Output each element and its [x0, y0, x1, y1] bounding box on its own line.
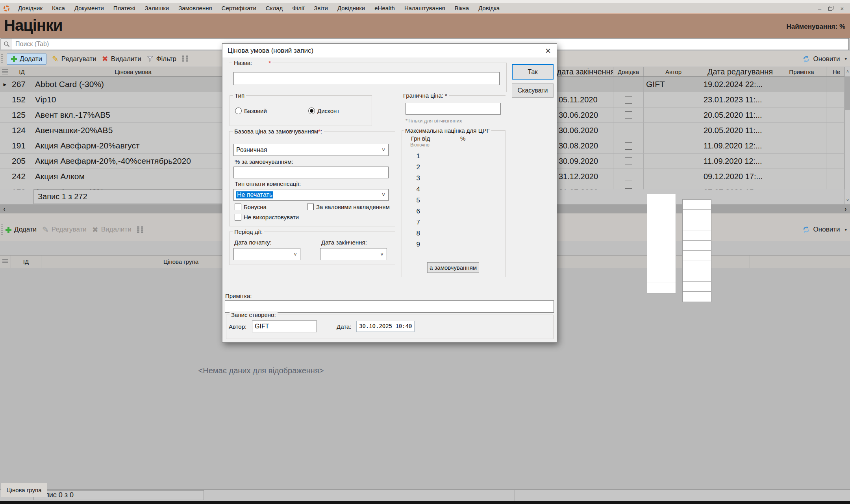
- percent-cell[interactable]: [682, 281, 711, 292]
- menu-item-filii[interactable]: Філії: [287, 3, 309, 13]
- date-label: Дата:: [337, 323, 351, 330]
- menu-item-ehealth[interactable]: eHealth: [370, 3, 400, 13]
- cancel-button[interactable]: Скасувати: [512, 83, 554, 98]
- end-date-select[interactable]: ˅: [320, 248, 387, 260]
- column-header-note[interactable]: Примітка: [777, 67, 826, 76]
- default-percent-input[interactable]: [233, 167, 389, 178]
- scroll-right-icon[interactable]: ›: [841, 206, 850, 213]
- minimize-icon[interactable]: –: [814, 5, 825, 12]
- row-pointer-icon: ►: [2, 82, 7, 87]
- delete-button[interactable]: ✖ Видалити: [102, 54, 141, 63]
- money-cell[interactable]: [647, 282, 676, 293]
- column-header-end-date[interactable]: дата закінчення: [556, 67, 613, 76]
- menu-item-nalashtuvannia[interactable]: Налаштування: [400, 3, 450, 13]
- menu-item-zalyshky[interactable]: Залишки: [140, 3, 174, 13]
- percent-cell[interactable]: [682, 220, 711, 230]
- name-input[interactable]: [233, 72, 500, 85]
- dialog-title-bar[interactable]: Цінова умова (новий запис): [222, 44, 557, 57]
- reference-checkbox[interactable]: [625, 158, 632, 165]
- money-cell[interactable]: [647, 271, 676, 282]
- percent-cell[interactable]: [682, 240, 711, 251]
- by-default-button[interactable]: а замовчуванням: [427, 262, 479, 273]
- column-header-reference[interactable]: Довідка: [613, 67, 644, 76]
- money-cell[interactable]: [647, 260, 676, 271]
- edit-button[interactable]: ✎ Редагувати: [52, 54, 96, 64]
- scroll-down-icon[interactable]: ˅: [845, 196, 850, 204]
- compensation-select[interactable]: Не печатать ˅: [233, 189, 389, 201]
- start-date-select[interactable]: ˅: [233, 248, 300, 260]
- menu-item-platezhi[interactable]: Платежі: [109, 3, 140, 13]
- percent-cell[interactable]: [682, 199, 711, 210]
- add-button-bottom[interactable]: Додати: [6, 226, 37, 233]
- column-header-id[interactable]: ІД: [10, 67, 32, 76]
- refresh-button[interactable]: Оновити ▾: [802, 55, 847, 63]
- reference-checkbox[interactable]: [625, 81, 632, 88]
- column-chooser-icon[interactable]: [0, 256, 11, 268]
- row-number: 5: [412, 196, 420, 204]
- close-icon[interactable]: ×: [539, 44, 557, 57]
- percent-cell[interactable]: [682, 209, 711, 220]
- percent-cell[interactable]: [682, 230, 711, 241]
- menu-item-sertyfikaty[interactable]: Сертифікати: [217, 3, 261, 13]
- money-cell[interactable]: [647, 238, 676, 249]
- percent-cell[interactable]: [682, 271, 711, 282]
- column-header-edited[interactable]: Дата редагування: [701, 67, 777, 76]
- menu-item-zamovlennia[interactable]: Замовлення: [174, 3, 217, 13]
- money-cell[interactable]: [647, 194, 676, 205]
- ok-button[interactable]: Так: [512, 64, 554, 80]
- gross-checkbox[interactable]: За валовими накладенням: [307, 204, 394, 210]
- add-button[interactable]: Додати: [7, 54, 46, 65]
- percent-cell[interactable]: [682, 261, 711, 271]
- date-input[interactable]: [356, 321, 415, 332]
- column-header-clipped[interactable]: Не: [826, 67, 844, 76]
- reference-checkbox[interactable]: [625, 142, 632, 150]
- column-header-id[interactable]: ІД: [11, 256, 41, 268]
- columns-icon[interactable]: [182, 56, 188, 62]
- percent-cell[interactable]: [682, 250, 711, 261]
- column-chooser-icon[interactable]: [0, 67, 10, 76]
- unused-checkbox[interactable]: Не використовувати: [235, 214, 299, 220]
- column-header-author[interactable]: Автор: [644, 67, 701, 76]
- menu-item-kasa[interactable]: Каса: [47, 3, 70, 13]
- tab-price-group[interactable]: Цінова група: [1, 483, 47, 497]
- column-header-condition[interactable]: Цінова умова: [32, 67, 231, 76]
- author-input[interactable]: [252, 321, 317, 332]
- vertical-scrollbar[interactable]: ˄ ˅: [844, 67, 850, 204]
- close-icon[interactable]: ×: [837, 5, 848, 12]
- columns-icon[interactable]: [137, 226, 143, 233]
- radio-base[interactable]: Базовий: [235, 107, 267, 114]
- reference-checkbox[interactable]: [625, 111, 632, 119]
- menu-item-dokumenty[interactable]: Документи: [70, 3, 109, 13]
- money-cell[interactable]: [647, 216, 676, 227]
- menu-item-zvity[interactable]: Звіти: [309, 3, 333, 13]
- search-icon[interactable]: [1, 39, 12, 50]
- money-cell[interactable]: [647, 249, 676, 260]
- bonus-checkbox[interactable]: Бонусна: [235, 204, 267, 210]
- money-cell[interactable]: [647, 227, 676, 238]
- base-price-select[interactable]: Розничная ˅: [233, 144, 389, 156]
- app-logo-icon: [4, 6, 9, 11]
- reference-checkbox[interactable]: [625, 127, 632, 134]
- scroll-left-icon[interactable]: ‹: [0, 206, 9, 213]
- menu-item-dovidnyk[interactable]: Довідник: [13, 3, 47, 13]
- reference-checkbox[interactable]: [625, 173, 632, 180]
- funnel-icon: [147, 56, 154, 62]
- note-input[interactable]: [225, 300, 554, 313]
- money-cell[interactable]: [647, 205, 676, 216]
- toolbar-grip[interactable]: [1, 54, 3, 64]
- scrollbar-thumb[interactable]: [845, 76, 850, 110]
- restore-icon[interactable]: [828, 6, 833, 11]
- percent-cell[interactable]: [682, 291, 711, 302]
- name-format-label: Найменування: %: [786, 23, 845, 31]
- reference-checkbox[interactable]: [625, 96, 632, 104]
- menu-item-dovidnyky[interactable]: Довідники: [333, 3, 370, 13]
- menu-item-dovidka[interactable]: Довідка: [474, 3, 504, 13]
- toolbar-grip[interactable]: [1, 224, 3, 235]
- menu-item-sklad[interactable]: Склад: [261, 3, 287, 13]
- limit-price-input[interactable]: [406, 103, 501, 115]
- menu-item-vikna[interactable]: Вікна: [450, 3, 474, 13]
- refresh-button-bottom[interactable]: Оновити ▾: [802, 226, 847, 233]
- radio-discount[interactable]: Дисконт: [308, 107, 339, 114]
- filter-button[interactable]: Фільтр: [147, 55, 176, 63]
- scroll-up-icon[interactable]: ˄: [845, 67, 850, 76]
